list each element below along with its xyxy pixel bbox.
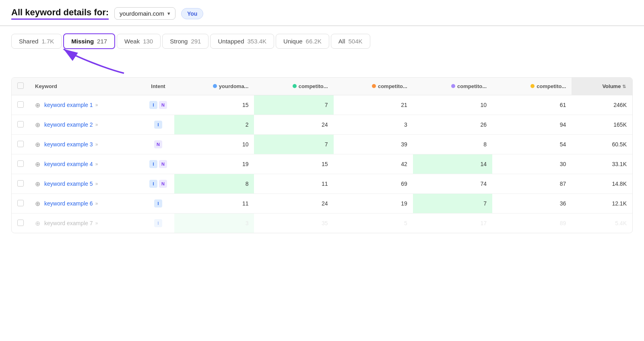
data-cell-c4: 87 xyxy=(492,174,572,194)
row-checkbox[interactable] xyxy=(17,220,24,226)
keyword-table-wrapper: Keyword Intent yourdoma... competito... … xyxy=(11,77,633,233)
plus-icon: ⊕ xyxy=(35,160,40,168)
data-cell-c2: 5 xyxy=(334,214,413,233)
intent-badge-n: N xyxy=(159,101,167,109)
expand-icon: » xyxy=(95,161,98,167)
keyword-link[interactable]: ⊕ keyword example 1 » xyxy=(35,101,136,109)
data-cell-c2: 19 xyxy=(334,194,413,214)
tab-count: 130 xyxy=(143,38,153,45)
plus-icon: ⊕ xyxy=(35,220,40,227)
table-row: ⊕ keyword example 3 » N1073985460.5K xyxy=(12,135,632,154)
tab-label: Strong xyxy=(170,38,188,45)
keyword-link[interactable]: ⊕ keyword example 2 » xyxy=(35,121,136,129)
data-cell-c3: 17 xyxy=(413,214,492,233)
keyword-link[interactable]: ⊕ keyword example 4 » xyxy=(35,160,136,168)
row-checkbox-cell[interactable] xyxy=(12,95,29,115)
expand-icon: » xyxy=(95,181,98,187)
intent-cell: I N xyxy=(142,174,174,194)
keyword-cell: ⊕ keyword example 6 » xyxy=(29,194,142,214)
data-cell-c4: 36 xyxy=(492,194,572,214)
row-checkbox-cell[interactable] xyxy=(12,174,29,194)
plus-icon: ⊕ xyxy=(35,121,40,129)
comp3-dot xyxy=(451,84,455,88)
keyword-link[interactable]: ⊕ keyword example 3 » xyxy=(35,141,136,148)
domain-selector[interactable]: yourdomain.com ▾ xyxy=(114,7,175,20)
data-cell-yourdomain: 8 xyxy=(174,174,254,194)
expand-icon: » xyxy=(95,102,98,108)
keyword-link[interactable]: ⊕ keyword example 6 » xyxy=(35,200,136,207)
data-cell-c4: 61 xyxy=(492,95,572,115)
expand-icon: » xyxy=(95,201,98,206)
data-cell-c4: 89 xyxy=(492,214,572,233)
row-checkbox[interactable] xyxy=(17,200,24,206)
plus-icon: ⊕ xyxy=(35,101,40,109)
intent-badge-n: N xyxy=(154,140,162,148)
keyword-cell: ⊕ keyword example 4 » xyxy=(29,154,142,174)
tab-label: Unique xyxy=(283,38,303,45)
data-cell-c4: 30 xyxy=(492,154,572,174)
tab-count: 1.7K xyxy=(41,38,54,45)
data-cell-c3: 74 xyxy=(413,174,492,194)
data-cell-c1: 24 xyxy=(254,194,333,214)
row-checkbox-cell[interactable] xyxy=(12,135,29,154)
select-all-checkbox[interactable] xyxy=(17,82,24,89)
plus-icon: ⊕ xyxy=(35,180,40,188)
intent-cell: I xyxy=(142,194,174,214)
page-title: All keyword details for: xyxy=(11,7,109,20)
data-cell-c1: 7 xyxy=(254,135,333,154)
select-all-header[interactable] xyxy=(12,78,29,95)
volume-cell: 5.4K xyxy=(572,214,632,233)
tab-count: 353.4K xyxy=(248,38,267,45)
tab-count: 291 xyxy=(191,38,201,45)
data-cell-c1: 7 xyxy=(254,95,333,115)
tab-unique[interactable]: Unique 66.2K xyxy=(276,34,329,49)
data-cell-c2: 3 xyxy=(334,115,413,135)
comp2-dot xyxy=(372,84,376,88)
row-checkbox-cell[interactable] xyxy=(12,214,29,233)
table-row: ⊕ keyword example 5 » I N81169748714.8K xyxy=(12,174,632,194)
data-cell-yourdomain: 15 xyxy=(174,95,254,115)
volume-sort-icon: ⇅ xyxy=(622,84,626,89)
intent-cell: I xyxy=(142,115,174,135)
row-checkbox[interactable] xyxy=(17,121,24,127)
domain-name: yourdomain.com xyxy=(120,10,164,17)
volume-cell: 14.8K xyxy=(572,174,632,194)
volume-cell: 60.5K xyxy=(572,135,632,154)
keyword-cell: ⊕ keyword example 2 » xyxy=(29,115,142,135)
keyword-link[interactable]: ⊕ keyword example 5 » xyxy=(35,180,136,188)
arrow-annotation xyxy=(11,49,644,77)
tab-all[interactable]: All 504K xyxy=(331,34,370,49)
row-checkbox-cell[interactable] xyxy=(12,115,29,135)
comp4-dot xyxy=(530,84,535,88)
plus-icon: ⊕ xyxy=(35,200,40,207)
competitor4-col-header: competito... xyxy=(492,78,572,95)
row-checkbox[interactable] xyxy=(17,141,24,147)
row-checkbox[interactable] xyxy=(17,180,24,187)
row-checkbox[interactable] xyxy=(17,160,24,167)
tab-strong[interactable]: Strong 291 xyxy=(162,34,208,49)
keyword-cell: ⊕ keyword example 1 » xyxy=(29,95,142,115)
keyword-link[interactable]: ⊕ keyword example 7 » xyxy=(35,220,136,227)
data-cell-yourdomain: 10 xyxy=(174,135,254,154)
data-cell-yourdomain: 19 xyxy=(174,154,254,174)
data-cell-c1: 35 xyxy=(254,214,333,233)
intent-cell: I xyxy=(142,214,174,233)
competitor2-col-header: competito... xyxy=(334,78,413,95)
data-cell-c3: 26 xyxy=(413,115,492,135)
table-row: ⊕ keyword example 7 » I335517895.4K xyxy=(12,214,632,233)
keyword-cell: ⊕ keyword example 5 » xyxy=(29,174,142,194)
row-checkbox-cell[interactable] xyxy=(12,194,29,214)
intent-cell: I N xyxy=(142,95,174,115)
data-cell-c2: 69 xyxy=(334,174,413,194)
volume-col-header[interactable]: Volume ⇅ xyxy=(572,78,632,95)
you-badge: You xyxy=(181,8,203,19)
row-checkbox[interactable] xyxy=(17,101,24,108)
row-checkbox-cell[interactable] xyxy=(12,154,29,174)
tab-untapped[interactable]: Untapped 353.4K xyxy=(210,34,274,49)
data-cell-yourdomain: 11 xyxy=(174,194,254,214)
data-cell-yourdomain: 3 xyxy=(174,214,254,233)
intent-badge-n: N xyxy=(159,180,167,188)
volume-cell: 246K xyxy=(572,95,632,115)
keyword-cell: ⊕ keyword example 7 » xyxy=(29,214,142,233)
data-cell-c3: 10 xyxy=(413,95,492,115)
